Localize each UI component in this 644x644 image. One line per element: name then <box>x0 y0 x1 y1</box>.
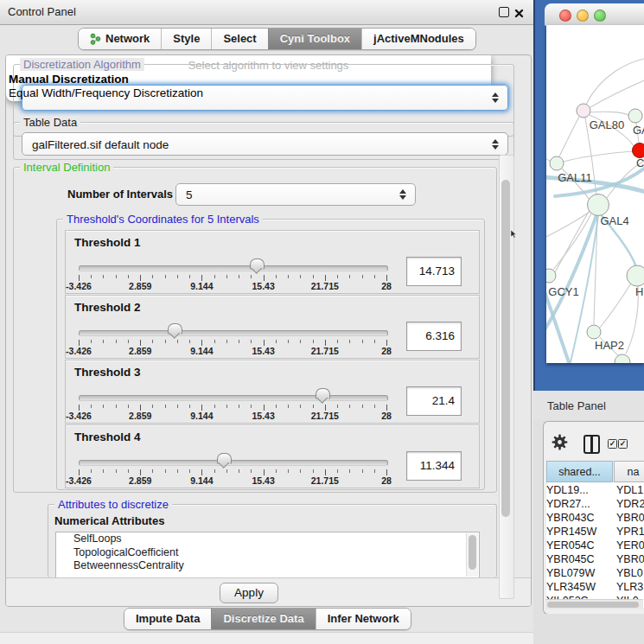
column-header-shared-name[interactable]: shared... <box>546 461 613 482</box>
group-label-interval-definition: Interval Definition <box>20 161 113 174</box>
threshold-value-field[interactable]: 14.713 <box>406 257 462 286</box>
cell-shared-name[interactable]: YLR345W <box>546 580 596 594</box>
network-node[interactable] <box>587 325 601 339</box>
dropdown-option-equal-width-frequency-discretization[interactable]: Equal Width/Frequency Discretization <box>9 86 528 100</box>
table-data-combobox[interactable]: galFiltered.sif default node <box>22 132 508 156</box>
threshold-value-field[interactable]: 21.4 <box>406 386 462 416</box>
float-window-icon[interactable] <box>499 7 509 17</box>
group-label-attributes: Attributes to discretize <box>54 498 172 511</box>
table-horizontal-scrollbar[interactable] <box>545 599 643 609</box>
slider-tick-label: 15.43 <box>252 346 274 356</box>
threshold-value-field[interactable]: 11.344 <box>406 451 462 481</box>
table-data-combo-value: galFiltered.sif default node <box>32 137 169 150</box>
network-node[interactable] <box>546 269 556 283</box>
table-row[interactable]: YBR045CYBR0 <box>546 552 644 566</box>
top-tab-bar: NetworkStyleSelectCyni ToolboxjActiveMNo… <box>0 25 533 54</box>
gear-icon[interactable] <box>552 434 568 454</box>
network-canvas[interactable]: GAL80GACGAL11GAL4GCY1HHAP2 <box>546 25 644 363</box>
cell-name[interactable]: YBR0 <box>616 552 644 566</box>
close-light[interactable] <box>559 10 571 22</box>
cell-name[interactable]: YPR1 <box>616 525 644 539</box>
tab-label: Infer Network <box>328 609 399 629</box>
network-node[interactable] <box>628 109 642 123</box>
network-node[interactable] <box>588 194 609 216</box>
slider-thumb[interactable] <box>250 258 265 270</box>
cell-name[interactable]: YER0 <box>616 539 644 552</box>
table-row[interactable]: YDL19...YDL1 <box>546 483 644 497</box>
number-of-intervals-combobox[interactable]: 5 <box>175 183 416 206</box>
dropdown-option-manual-discretization[interactable]: Manual Discretization <box>9 73 528 86</box>
slider-tick-label: 21.715 <box>311 475 339 486</box>
network-node[interactable] <box>550 156 564 170</box>
panel-vertical-scrollbar[interactable] <box>499 155 514 599</box>
threshold-value-field[interactable]: 6.316 <box>406 322 462 351</box>
table-row[interactable]: YER054CYER0 <box>546 539 644 552</box>
attribute-list-item[interactable]: BetweennessCentrality <box>56 559 479 573</box>
checkbox-icon[interactable]: ✓ <box>618 439 628 449</box>
scrollbar-thumb[interactable] <box>501 180 510 517</box>
tab-network[interactable]: Network <box>79 29 161 49</box>
network-node[interactable] <box>577 104 590 118</box>
slider-thumb[interactable] <box>217 453 232 464</box>
tab-jactivemnodules[interactable]: jActiveMNodules <box>361 29 475 49</box>
slider-tick-label: -3.426 <box>66 475 92 486</box>
tab-infer-network[interactable]: Infer Network <box>316 609 411 629</box>
slider-tick-label: 9.144 <box>190 475 213 486</box>
column-header-name[interactable]: na <box>614 461 644 482</box>
tab-label: Discretize Data <box>223 609 303 629</box>
slider-major-tick <box>264 275 265 281</box>
network-edge <box>559 117 579 156</box>
cell-name[interactable]: YBL0 <box>616 566 643 580</box>
tab-select[interactable]: Select <box>211 29 267 49</box>
slider-track[interactable] <box>79 395 388 401</box>
cell-name[interactable]: YDR2 <box>616 497 644 511</box>
table-row[interactable]: YBR043CYBR0 <box>546 511 644 525</box>
network-node[interactable] <box>633 143 644 158</box>
minimize-light[interactable] <box>577 10 589 22</box>
cell-shared-name[interactable]: YBR045C <box>546 552 595 566</box>
slider-major-tick <box>201 275 202 281</box>
attribute-list-item[interactable]: TopologicalCoefficient <box>56 546 479 560</box>
network-window-titlebar[interactable] <box>545 3 644 26</box>
columns-icon[interactable] <box>583 435 600 454</box>
apply-button[interactable]: Apply <box>220 583 278 603</box>
slider-track[interactable] <box>79 460 388 466</box>
cell-shared-name[interactable]: YPR145W <box>546 525 596 539</box>
zoom-light[interactable] <box>594 10 606 22</box>
left-footer-strip <box>0 632 533 644</box>
bottom-tab-bar: Impute DataDiscretize DataInfer Network <box>0 608 533 631</box>
cell-name[interactable]: YDL1 <box>616 483 643 497</box>
network-node[interactable] <box>627 265 644 286</box>
top-tabs: NetworkStyleSelectCyni ToolboxjActiveMNo… <box>78 28 476 50</box>
tab-impute-data[interactable]: Impute Data <box>124 609 211 629</box>
cell-shared-name[interactable]: YDL19... <box>546 483 589 497</box>
cell-name[interactable]: YLR3 <box>616 580 643 594</box>
tab-cyni-toolbox[interactable]: Cyni Toolbox <box>268 29 361 49</box>
network-node[interactable] <box>615 354 630 363</box>
cell-shared-name[interactable]: YBL079W <box>546 566 595 580</box>
slider-tick-label: 2.859 <box>129 346 151 356</box>
slider-track[interactable] <box>79 330 388 336</box>
close-icon[interactable] <box>514 6 524 22</box>
cell-name[interactable]: YBR0 <box>616 511 644 525</box>
table-row[interactable]: YBL079WYBL0 <box>546 566 644 580</box>
cell-shared-name[interactable]: YDR27... <box>546 497 590 511</box>
checkbox-icon[interactable]: ✓ <box>608 439 617 449</box>
attributes-list-scrollbar[interactable] <box>466 533 478 577</box>
slider-track[interactable] <box>79 265 388 271</box>
tab-discretize-data[interactable]: Discretize Data <box>211 609 315 629</box>
attribute-list-item[interactable]: SelfLoops <box>56 532 479 546</box>
cell-shared-name[interactable]: YER054C <box>546 539 595 552</box>
table-row[interactable]: YDR27...YDR2 <box>546 497 644 511</box>
tab-style[interactable]: Style <box>161 29 211 49</box>
numerical-attributes-list[interactable]: SelfLoopsTopologicalCoefficientBetweenne… <box>55 532 480 578</box>
slider-thumb[interactable] <box>316 388 330 399</box>
slider-thumb[interactable] <box>168 323 182 335</box>
cell-shared-name[interactable]: YBR043C <box>546 511 595 525</box>
network-node-label: GCY1 <box>548 285 578 298</box>
tab-label: Cyni Toolbox <box>280 29 350 49</box>
table-row[interactable]: YLR345WYLR3 <box>546 580 644 594</box>
scrollbar-thumb[interactable] <box>547 602 639 608</box>
below-table-area <box>533 614 644 644</box>
table-row[interactable]: YPR145WYPR1 <box>546 525 644 539</box>
